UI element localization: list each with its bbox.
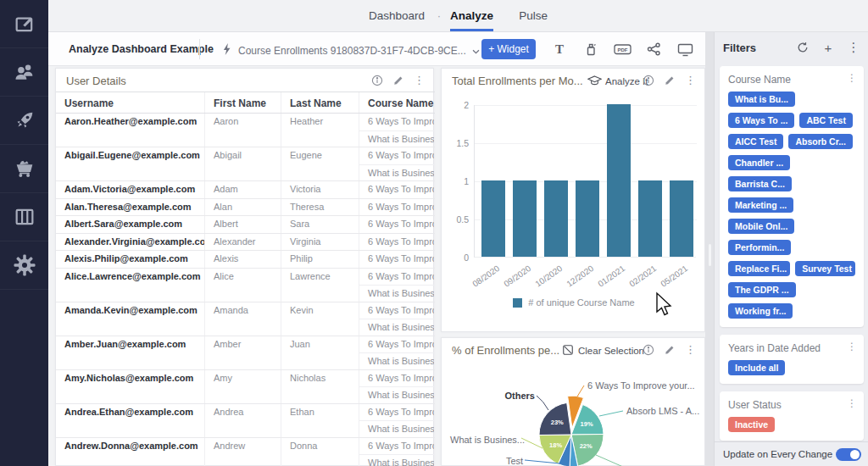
datasource-selector[interactable]: Course Enrollments 9180837D-31F7-4DCB-9C… (221, 42, 480, 58)
bar-12/2020[interactable] (576, 180, 599, 257)
filter-chip[interactable]: Marketing ... (728, 197, 793, 213)
bar-09/2020[interactable] (513, 180, 537, 257)
filter-chip[interactable]: Inactive (728, 417, 775, 432)
cell-first-name: Alice (205, 269, 281, 302)
cell-first-name: Andrew (205, 438, 281, 466)
column-header[interactable]: Username (56, 92, 205, 113)
widget-menu-icon[interactable]: ⋮ (683, 73, 698, 87)
filter-chip[interactable]: ABC Test (799, 113, 852, 128)
bar-01/2021[interactable] (607, 104, 631, 257)
rail-item-store[interactable] (0, 145, 48, 193)
info-icon[interactable] (641, 73, 655, 87)
cell-course-name: 6 Ways To Improve (359, 181, 435, 198)
top-nav: DashboardAnalyzePulse (48, 0, 868, 32)
table-row[interactable]: Alexander.Virginia@example.comAlexanderV… (56, 234, 435, 252)
bar-plot-area (474, 105, 696, 258)
edit-pencil-icon[interactable] (662, 342, 676, 357)
filter-chip[interactable]: Absorb Cr... (788, 134, 853, 149)
filter-chip[interactable]: Performin... (728, 240, 791, 255)
bar-02/2021[interactable] (638, 180, 662, 257)
course-line: What is Business I (359, 164, 434, 181)
cell-username: Andrew.Donna@example.com (56, 438, 205, 466)
filter-chip[interactable]: What is Bu... (728, 92, 795, 107)
refresh-icon[interactable] (796, 40, 810, 55)
rail-item-layout[interactable] (0, 193, 48, 241)
cell-first-name: Alexis (205, 251, 281, 268)
cell-first-name: Abigail (205, 147, 281, 180)
table-row[interactable]: Albert.Sara@example.comAlbertSara6 Ways … (56, 216, 435, 234)
table-row[interactable]: Alexis.Philip@example.comAlexisPhilip6 W… (56, 251, 435, 269)
filter-card-menu-icon[interactable]: ⋮ (847, 398, 857, 408)
pie-label[interactable]: Absorb LMS - A... (626, 406, 699, 416)
rail-item-launch[interactable] (0, 97, 48, 145)
table-row[interactable]: Andrew.Donna@example.comAndrewDonna6 Way… (56, 438, 435, 466)
tab-pulse[interactable]: Pulse (519, 0, 548, 31)
pie-label[interactable]: Test (506, 456, 523, 466)
cell-last-name: Victoria (281, 181, 359, 198)
filter-chip[interactable]: Chandler ... (728, 155, 790, 170)
filter-chip[interactable]: The GDPR ... (728, 282, 796, 297)
bar-08/2020[interactable] (481, 180, 505, 257)
column-header[interactable]: Course Name (359, 92, 435, 113)
add-widget-button[interactable]: + Widget (481, 39, 536, 59)
cell-last-name: Lawrence (281, 269, 359, 302)
graduation-cap-icon (587, 75, 602, 88)
widget-menu-icon[interactable]: ⋮ (412, 73, 426, 87)
cell-last-name: Kevin (281, 302, 359, 336)
table-row[interactable]: Aaron.Heather@example.comAaronHeather6 W… (56, 114, 435, 147)
pie-label[interactable]: 6 Ways To Improve your... (587, 380, 695, 391)
export-pdf-icon[interactable]: PDF (613, 39, 632, 59)
share-icon[interactable] (644, 39, 663, 59)
export-image-icon[interactable] (581, 39, 600, 59)
table-row[interactable]: Amber.Juan@example.comAmberJuan6 Ways To… (56, 336, 435, 370)
text-tool-icon[interactable]: T (550, 39, 569, 59)
filter-chip[interactable]: Barrista C... (728, 176, 792, 191)
filter-chip[interactable]: Include all (728, 360, 785, 375)
bar-10/2020[interactable] (544, 180, 568, 257)
filter-chip[interactable]: 6 Ways To ... (728, 113, 794, 128)
pie-label[interactable]: Others (474, 391, 535, 401)
cell-course-name: 6 Ways To ImproveWhat is Business I (359, 336, 435, 369)
analyze-it-button[interactable]: Analyze It (587, 75, 648, 88)
pie-label[interactable]: What is Busines... (450, 435, 520, 445)
rail-item-users[interactable] (0, 48, 48, 97)
table-row[interactable]: Amanda.Kevin@example.comAmandaKevin6 Way… (56, 302, 435, 336)
course-line: What is Business I (359, 352, 434, 369)
filter-chip[interactable]: Replace Fi... (728, 261, 790, 276)
column-header[interactable]: First Name (205, 92, 281, 113)
table-row[interactable]: Alan.Theresa@example.comAlanTheresa6 Way… (56, 199, 435, 217)
update-on-change-row: Update on Every Change (715, 441, 868, 466)
table-row[interactable]: Abigail.Eugene@example.comAbigailEugene6… (56, 147, 435, 181)
filter-card-menu-icon[interactable]: ⋮ (847, 341, 857, 352)
add-filter-icon[interactable]: + (821, 40, 835, 55)
tab-dashboard[interactable]: Dashboard (369, 0, 425, 31)
info-icon[interactable] (641, 342, 655, 357)
tab-analyze[interactable]: Analyze (450, 0, 493, 31)
filters-menu-icon[interactable]: ⋮ (847, 40, 860, 55)
clear-selection-button[interactable]: Clear Selection (562, 344, 644, 358)
edit-pencil-icon[interactable] (391, 73, 405, 87)
table-row[interactable]: Andrea.Ethan@example.comAndreaEthan6 Way… (56, 404, 435, 438)
table-row[interactable]: Adam.Victoria@example.comAdamVictoria6 W… (56, 181, 435, 199)
y-tick: 0 (447, 252, 469, 263)
rail-item-edit[interactable] (0, 0, 48, 48)
panel-splitter[interactable] (705, 32, 714, 466)
widget-menu-icon[interactable]: ⋮ (683, 342, 698, 357)
filter-chip[interactable]: Survey Test (795, 261, 855, 276)
cell-last-name: Theresa (281, 199, 359, 216)
column-header[interactable]: Last Name (281, 92, 359, 113)
filter-chip[interactable]: AICC Test (728, 134, 783, 149)
info-icon[interactable] (370, 73, 384, 87)
update-toggle[interactable] (836, 448, 861, 461)
rail-item-settings[interactable] (0, 241, 48, 290)
table-row[interactable]: Alice.Lawrence@example.comAliceLawrence6… (56, 269, 435, 302)
tv-mode-icon[interactable] (676, 39, 694, 59)
filter-chip[interactable]: Working fr... (728, 303, 793, 319)
bar-05/2021[interactable] (670, 180, 693, 257)
cell-course-name: 6 Ways To ImproveWhat is Business I (359, 114, 435, 147)
legend-label: # of unique Course Name (528, 297, 634, 308)
edit-pencil-icon[interactable] (662, 73, 676, 87)
table-row[interactable]: Amy.Nicholas@example.comAmyNicholas6 Way… (56, 370, 435, 404)
filter-card-menu-icon[interactable]: ⋮ (847, 73, 857, 83)
filter-chip[interactable]: Mobile Onl... (728, 219, 794, 234)
